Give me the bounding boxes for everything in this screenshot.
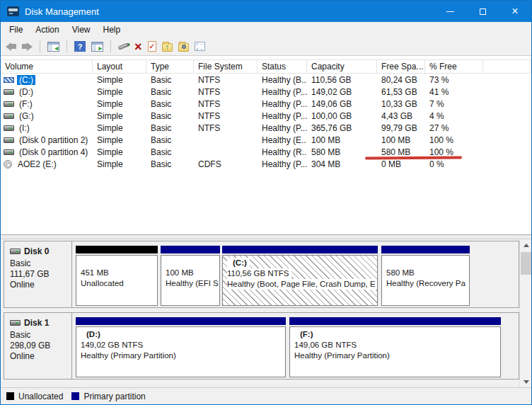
disk-status: Online — [10, 280, 71, 290]
scroll-up-button[interactable] — [520, 239, 532, 251]
open-button[interactable]: ↑ — [162, 42, 173, 52]
minimize-button[interactable] — [434, 1, 466, 22]
cell-file-system: NTFS — [194, 111, 258, 121]
minimize-icon — [446, 11, 454, 12]
volume-name: (G:) — [17, 111, 36, 121]
column-header-type[interactable]: Type — [146, 60, 194, 73]
cell-layout: Simple — [93, 135, 146, 145]
menu-help[interactable]: Help — [97, 22, 127, 38]
toolbar-separator — [110, 40, 111, 52]
cell-status: Healthy (B... — [258, 75, 307, 85]
legend-swatch-unallocated — [6, 392, 14, 400]
cell-capacity: 149,02 GB — [307, 87, 377, 97]
cell-type: Basic — [146, 111, 194, 121]
cell-free-space: 61,53 GB — [377, 87, 425, 97]
partition-recovery[interactable]: 580 MB Healthy (Recovery Pa — [381, 246, 470, 307]
back-arrow-icon — [6, 42, 16, 51]
volume-row-c[interactable]: (C:) Simple Basic NTFS Healthy (B... 110… — [1, 74, 531, 86]
volume-name: (Disk 0 partition 4) — [17, 147, 90, 157]
partition-efi[interactable]: 100 MB Healthy (EFI S — [161, 246, 220, 307]
volume-row-f[interactable]: (F:) Simple Basic NTFS Healthy (P... 149… — [1, 98, 531, 110]
cell-layout: Simple — [93, 99, 146, 109]
delete-volume-button[interactable] — [134, 41, 142, 52]
forward-arrow-icon — [22, 42, 33, 51]
cell-layout: Simple — [93, 123, 146, 133]
column-header-free-space[interactable]: Free Spa... — [377, 60, 425, 73]
partition-color-bar — [222, 246, 378, 253]
partition-unallocated[interactable]: 451 MB Unallocated — [76, 246, 158, 307]
volume-list: Volume Layout Type File System Status Ca… — [1, 57, 531, 234]
cell-capacity: 149,06 GB — [307, 99, 377, 109]
pane-splitter[interactable] — [1, 234, 531, 239]
disk-status: Online — [10, 351, 71, 362]
check-document-button[interactable] — [148, 41, 156, 52]
back-button[interactable] — [6, 42, 16, 51]
partition-size: 580 MB — [386, 268, 465, 278]
explore-button[interactable] — [178, 42, 189, 52]
cell-capacity: 304 MB — [307, 159, 377, 169]
column-header-capacity[interactable]: Capacity — [307, 60, 377, 73]
disk-1-header[interactable]: Disk 1 Basic 298,09 GB Online — [4, 313, 72, 379]
column-header-status[interactable]: Status — [258, 60, 307, 73]
partition-d[interactable]: (D:) 149,02 GB NTFS Healthy (Primary Par… — [76, 317, 286, 378]
partition-status: Healthy (EFI S — [166, 278, 215, 289]
partition-c[interactable]: (C:) 110,56 GB NTFS Healthy (Boot, Page … — [222, 246, 378, 307]
cell-file-system: NTFS — [194, 99, 258, 109]
column-header-volume[interactable]: Volume — [1, 60, 93, 73]
menu-action[interactable]: Action — [29, 22, 65, 38]
column-header-pct-free[interactable]: % Free — [425, 60, 483, 73]
disk-management-window: Disk Management × File Action View Help … — [0, 0, 532, 405]
partition-color-bar — [381, 246, 470, 253]
volume-row-i[interactable]: (I:) Simple Basic NTFS Healthy (P... 365… — [1, 122, 531, 134]
properties-button[interactable] — [195, 42, 205, 51]
maximize-button[interactable] — [466, 1, 499, 22]
disk-name: Disk 0 — [24, 246, 49, 256]
disk-icon — [10, 249, 21, 254]
cell-free-space: 0 MB — [377, 159, 425, 169]
vertical-scrollbar[interactable] — [519, 239, 531, 387]
checklist-icon — [195, 42, 205, 51]
disk-name: Disk 1 — [24, 318, 49, 328]
drive-icon — [4, 149, 14, 155]
volume-row-disk0-partition2[interactable]: (Disk 0 partition 2) Simple Basic Health… — [1, 134, 531, 146]
column-header-file-system[interactable]: File System — [194, 60, 258, 73]
cell-layout: Simple — [93, 147, 146, 157]
cell-type: Basic — [146, 75, 194, 85]
show-action-pane-button[interactable]: ▸ — [91, 42, 103, 52]
menu-view[interactable]: View — [66, 22, 97, 38]
partition-status: Healthy (Boot, Page File, Crash Dump, E — [227, 279, 378, 290]
cd-disc-icon — [4, 160, 12, 169]
volume-row-d[interactable]: (D:) Simple Basic NTFS Healthy (P... 149… — [1, 86, 531, 98]
partition-size: 451 MB — [81, 268, 153, 278]
disk-0-header[interactable]: Disk 0 Basic 111,67 GB Online — [4, 241, 72, 307]
scrollbar-thumb[interactable] — [521, 252, 531, 275]
show-console-tree-button[interactable]: ◂ — [47, 42, 59, 52]
partition-size: 100 MB — [166, 268, 215, 278]
volume-row-aoe2[interactable]: AOE2 (E:) Simple Basic CDFS Healthy (P..… — [1, 158, 531, 170]
volume-name: (F:) — [17, 99, 35, 109]
menu-file[interactable]: File — [3, 22, 29, 38]
partition-size: 149,02 GB NTFS — [81, 340, 281, 350]
action-pane-icon: ▸ — [91, 42, 103, 52]
forward-button[interactable] — [22, 42, 33, 51]
column-header-layout[interactable]: Layout — [93, 60, 146, 73]
cell-pct-free: 0 % — [425, 159, 483, 169]
partition-color-bar — [161, 246, 220, 253]
partition-size: 149,06 GB NTFS — [294, 340, 496, 350]
cell-status: Healthy (P... — [258, 111, 307, 121]
legend-bar: Unallocated Primary partition — [1, 387, 531, 404]
cell-pct-free: 7 % — [425, 99, 483, 109]
legend-swatch-primary — [71, 392, 79, 400]
cell-status: Healthy (P... — [258, 159, 307, 169]
volume-row-g[interactable]: (G:) Simple Basic NTFS Healthy (P... 100… — [1, 110, 531, 122]
partition-f[interactable]: (F:) 149,06 GB NTFS Healthy (Primary Par… — [289, 317, 501, 378]
scroll-down-button[interactable] — [520, 376, 532, 387]
drive-icon — [4, 89, 14, 95]
help-button[interactable] — [74, 41, 86, 52]
cell-free-space: 99,79 GB — [377, 123, 425, 133]
disk-size: 111,67 GB — [10, 269, 71, 280]
folder-explore-icon — [178, 43, 189, 52]
window-title: Disk Management — [25, 6, 99, 17]
close-button[interactable]: × — [499, 1, 531, 22]
rescan-button[interactable] — [118, 45, 129, 48]
